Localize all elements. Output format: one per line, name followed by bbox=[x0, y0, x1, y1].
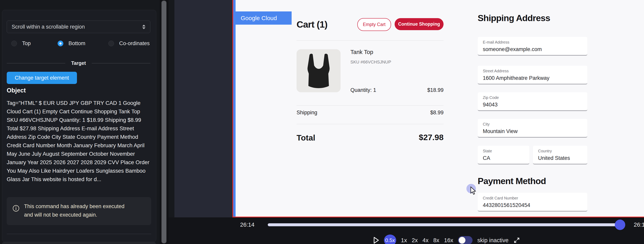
speed-1x-button[interactable]: 1x bbox=[401, 237, 407, 244]
state-value: CA bbox=[483, 155, 529, 161]
cart-divider bbox=[296, 105, 444, 106]
google-cloud-badge: Google Cloud bbox=[236, 11, 292, 25]
skip-inactive-label: skip inactive bbox=[477, 237, 508, 244]
change-target-button[interactable]: Change target element bbox=[7, 72, 77, 84]
shipping-value: $8.99 bbox=[296, 110, 444, 116]
card-number-value: 4432801561520454 bbox=[483, 202, 587, 208]
state-field[interactable]: State CA bbox=[478, 146, 529, 164]
speed-2x-button[interactable]: 2x bbox=[412, 237, 418, 244]
product-image-tank-top bbox=[296, 49, 340, 92]
state-label: State bbox=[483, 149, 529, 153]
info-message-text: This command has already been executed a… bbox=[24, 202, 127, 219]
card-number-label: Credit Card Number bbox=[483, 196, 587, 201]
zip-label: Zip Code bbox=[483, 95, 587, 100]
zip-value: 94043 bbox=[483, 102, 587, 108]
expand-icon[interactable] bbox=[513, 237, 520, 244]
chevron-updown-icon bbox=[142, 25, 146, 29]
cart-divider bbox=[296, 40, 444, 41]
country-label: Country bbox=[538, 149, 587, 153]
street-value: 1600 Amphitheatre Parkway bbox=[483, 75, 587, 81]
email-label: E-mail Address bbox=[483, 40, 587, 44]
radio-circle[interactable] bbox=[108, 41, 114, 46]
radio-coordinates[interactable]: Co-ordinates bbox=[108, 40, 150, 46]
product-name: Tank Top bbox=[350, 49, 373, 55]
product-sku: SKU #66VCHSJNUP bbox=[350, 59, 391, 65]
country-value: United States bbox=[538, 155, 587, 161]
country-field[interactable]: Country United States bbox=[533, 146, 587, 164]
radio-top[interactable]: Top bbox=[11, 40, 31, 46]
street-label: Street Address bbox=[483, 69, 587, 73]
end-time-label: 26:15 bbox=[634, 222, 644, 228]
cart-title: Cart (1) bbox=[296, 19, 328, 30]
command-type-select[interactable]: Scroll within a scrollable region bbox=[7, 20, 150, 33]
product-price: $18.99 bbox=[296, 87, 444, 93]
radio-bottom[interactable]: Bottom bbox=[58, 40, 86, 46]
command-type-value: Scroll within a scrollable region bbox=[12, 24, 85, 30]
email-field[interactable]: E-mail Address someone@example.com bbox=[478, 37, 587, 56]
object-text: Tag="HTML" $ EUR USD JPY GBP TRY CAD 1 G… bbox=[7, 99, 151, 184]
continue-shopping-button[interactable]: Continue Shopping bbox=[394, 18, 444, 30]
toggle-knob[interactable] bbox=[459, 237, 466, 244]
speed-8x-button[interactable]: 8x bbox=[433, 237, 440, 244]
card-number-field[interactable]: Credit Card Number 4432801561520454 bbox=[478, 193, 587, 212]
command-sidebar-panel: Scroll within a scrollable region Top Bo… bbox=[2, 10, 156, 242]
cart-divider bbox=[296, 124, 444, 124]
sidebar-next-section-edge bbox=[2, 242, 156, 244]
timeline-slider-handle[interactable] bbox=[615, 220, 625, 230]
scroll-position-radios: Top Bottom Co-ordinates bbox=[7, 40, 150, 47]
target-section-divider: Target bbox=[7, 60, 150, 66]
email-value: someone@example.com bbox=[483, 46, 587, 52]
empty-cart-button[interactable]: Empty Cart bbox=[357, 18, 391, 31]
speed-16x-button[interactable]: 16x bbox=[444, 237, 454, 244]
scroll-target-highlight bbox=[233, 0, 236, 217]
speed-0-5x-button[interactable]: 0.5x bbox=[384, 235, 396, 244]
info-message-box: This command has already been executed a… bbox=[7, 197, 151, 225]
stage-background bbox=[174, 0, 232, 217]
radio-circle-selected[interactable] bbox=[58, 41, 63, 46]
rendered-webpage: Google Cloud Cart (1) Empty Cart Continu… bbox=[236, 0, 644, 217]
timeline-slider-track[interactable] bbox=[268, 223, 620, 226]
total-value: $27.98 bbox=[296, 133, 444, 142]
playback-controls: 0.5x 1x 2x 4x 8x 16x skip inactive bbox=[373, 234, 520, 244]
object-heading: Object bbox=[7, 87, 26, 94]
sidebar-bottom-divider bbox=[7, 234, 151, 234]
shipping-address-heading: Shipping Address bbox=[478, 13, 550, 23]
payment-method-heading: Payment Method bbox=[478, 176, 546, 186]
sidebar-scrollbar-thumb[interactable] bbox=[161, 0, 167, 244]
city-field[interactable]: City Mountain View bbox=[478, 119, 587, 138]
info-icon bbox=[13, 205, 19, 212]
current-time-label: 26:14 bbox=[240, 222, 254, 228]
radio-circle[interactable] bbox=[11, 41, 17, 46]
zip-field[interactable]: Zip Code 94043 bbox=[478, 92, 587, 111]
speed-4x-button[interactable]: 4x bbox=[422, 237, 428, 244]
skip-inactive-toggle[interactable] bbox=[458, 236, 472, 244]
target-section-label: Target bbox=[71, 60, 86, 66]
app-window: Scroll within a scrollable region Top Bo… bbox=[0, 0, 644, 244]
play-icon[interactable] bbox=[373, 237, 379, 244]
city-value: Mountain View bbox=[483, 128, 587, 134]
cursor-icon bbox=[470, 187, 478, 196]
city-label: City bbox=[483, 122, 587, 127]
street-field[interactable]: Street Address 1600 Amphitheatre Parkway bbox=[478, 66, 587, 84]
